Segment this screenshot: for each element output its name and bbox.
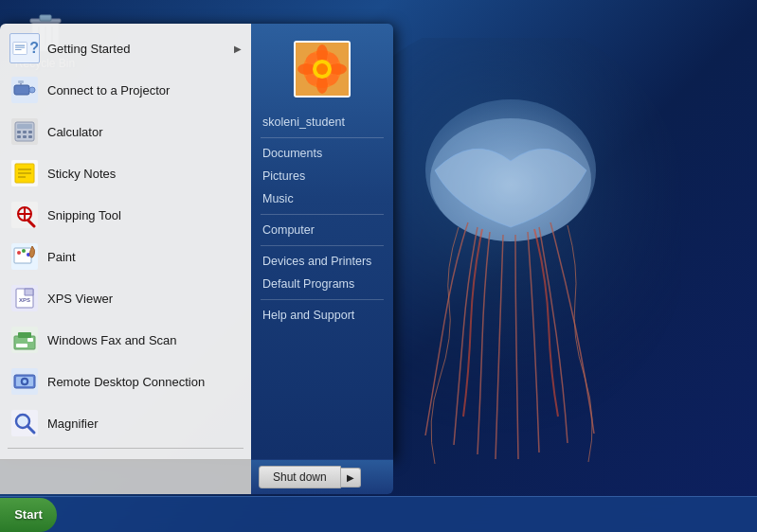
taskbar: Start [0,496,757,532]
help-support-item[interactable]: Help and Support [251,304,393,327]
svg-rect-23 [23,131,27,133]
right-divider-4 [261,299,384,300]
sticky-notes-icon [9,158,40,188]
computer-item[interactable]: Computer [251,219,393,241]
menu-item-snipping[interactable]: Snipping Tool [0,194,251,236]
right-divider-1 [261,137,384,138]
devices-printers-label: Devices and Printers [262,255,371,268]
svg-point-55 [23,380,27,383]
right-divider-2 [261,214,384,215]
menu-divider [8,448,243,449]
desktop: Recycle Bin [0,0,757,532]
menu-item-getting-started[interactable]: Getting Started ▶ [0,27,251,69]
devices-printers-item[interactable]: Devices and Printers [251,250,393,273]
svg-rect-50 [16,344,27,347]
rdc-label: Remote Desktop Connection [47,375,242,389]
svg-rect-27 [28,135,32,138]
svg-rect-26 [23,135,27,138]
sticky-notes-label: Sticky Notes [47,167,242,181]
svg-rect-15 [14,85,29,95]
right-divider-3 [261,245,384,246]
user-avatar [294,41,351,98]
user-area [251,31,393,111]
calculator-icon [9,116,40,147]
computer-label: Computer [262,223,315,237]
paint-icon [9,241,40,272]
shutdown-arrow-button[interactable]: ▶ [341,468,361,488]
projector-label: Connect to a Projector [47,83,242,98]
menu-item-paint[interactable]: Paint [0,236,251,277]
rdc-icon [9,366,40,397]
getting-started-icon [9,33,40,63]
getting-started-arrow: ▶ [234,44,242,54]
svg-rect-21 [17,124,32,129]
default-programs-item[interactable]: Default Programs [251,273,393,295]
shutdown-button[interactable]: Shut down [259,466,341,488]
svg-rect-49 [27,338,33,342]
getting-started-label: Getting Started [47,42,234,56]
svg-rect-18 [18,80,24,83]
magnifier-label: Magnifier [47,417,242,431]
paint-label: Paint [47,250,242,264]
svg-rect-48 [18,332,31,338]
start-menu-left: Getting Started ▶ [0,24,251,459]
fax-scan-icon [9,325,40,355]
menu-item-fax[interactable]: Windows Fax and Scan [0,319,251,361]
music-item[interactable]: Music [251,187,393,210]
svg-point-74 [316,63,328,75]
menu-item-magnifier[interactable]: Magnifier [0,402,251,444]
documents-item[interactable]: Documents [251,142,393,165]
magnifier-icon [9,408,40,438]
start-menu-body: Getting Started ▶ [0,24,393,459]
svg-rect-22 [17,131,21,133]
start-menu-right: skoleni_student Documents Pictures Music [251,24,393,459]
default-programs-label: Default Programs [262,277,354,291]
svg-rect-24 [28,131,32,133]
menu-item-calculator[interactable]: Calculator [0,111,251,152]
pictures-item[interactable]: Pictures [251,165,393,187]
svg-point-58 [18,417,27,426]
xps-viewer-label: XPS Viewer [47,292,242,306]
start-button-label: Start [14,507,43,522]
menu-item-sticky[interactable]: Sticky Notes [0,152,251,194]
fax-label: Windows Fax and Scan [47,333,242,347]
svg-rect-25 [17,135,21,138]
svg-text:XPS: XPS [19,297,30,303]
calculator-label: Calculator [47,125,242,139]
username-item[interactable]: skoleni_student [251,111,393,133]
help-support-label: Help and Support [262,309,354,322]
start-menu-bottom: Shut down ▶ [0,459,393,494]
documents-label: Documents [262,147,322,160]
menu-item-projector[interactable]: Connect to a Projector [0,69,251,111]
xps-viewer-icon: XPS [9,283,40,313]
svg-rect-10 [13,43,27,55]
music-label: Music [262,192,294,205]
svg-point-41 [22,249,26,253]
username-label: skoleni_student [262,115,345,129]
menu-item-rdc[interactable]: Remote Desktop Connection [0,361,251,402]
pictures-label: Pictures [262,169,305,183]
svg-point-16 [29,87,35,93]
start-button[interactable]: Start [0,498,57,532]
snipping-tool-icon [9,200,40,230]
projector-icon [9,75,40,105]
start-menu: Getting Started ▶ [0,24,393,494]
all-programs-item[interactable]: All Programs [0,452,251,459]
menu-item-xps[interactable]: XPS XPS Viewer [0,277,251,319]
svg-point-40 [17,251,21,255]
shutdown-bar: Shut down ▶ [251,459,393,494]
svg-rect-5 [40,15,51,21]
start-menu-items: Getting Started ▶ [0,24,251,459]
snipping-tool-label: Snipping Tool [47,208,242,222]
